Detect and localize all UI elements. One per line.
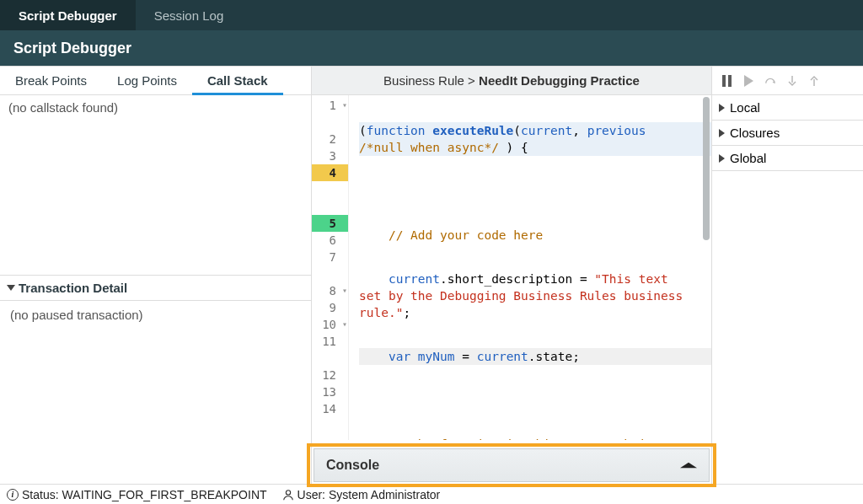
tab-callstack[interactable]: Call Stack xyxy=(192,67,283,94)
callstack-body: (no callstack found) xyxy=(0,95,311,275)
chevron-down-icon xyxy=(7,285,15,291)
main-layout: Break Points Log Points Call Stack (no c… xyxy=(0,66,863,484)
code-line: current.short_description = "This text s… xyxy=(359,271,711,321)
breadcrumb-prefix: Business Rule > xyxy=(383,73,479,88)
tab-label: Session Log xyxy=(154,8,224,23)
code-line: // Add your code here xyxy=(359,227,711,244)
pause-button[interactable] xyxy=(721,74,732,88)
tab-label: Break Points xyxy=(15,73,87,88)
line-number[interactable]: 1 xyxy=(312,97,348,131)
breadcrumb-name: NeedIt Debugging Practice xyxy=(479,73,640,88)
line-number[interactable]: 6 xyxy=(312,232,348,249)
step-over-button[interactable] xyxy=(764,74,776,88)
line-number[interactable]: 2 xyxy=(312,131,348,147)
code-editor[interactable]: 1 2 3 4 5 6 7 8 9 10 11 12 13 14 (functi… xyxy=(312,95,711,440)
line-number[interactable]: 8 xyxy=(312,282,348,299)
tab-breakpoints[interactable]: Break Points xyxy=(0,67,102,94)
left-tab-bar: Break Points Log Points Call Stack xyxy=(0,67,311,95)
section-title: Transaction Detail xyxy=(19,281,127,295)
line-number[interactable]: 3 xyxy=(312,147,348,164)
console-toggle[interactable]: Console xyxy=(314,448,710,482)
breakpoint-line[interactable]: 4 xyxy=(312,164,348,181)
chevron-right-icon xyxy=(719,104,725,112)
scope-label: Closures xyxy=(730,126,780,140)
transaction-empty: (no paused transaction) xyxy=(10,308,143,322)
line-spacer xyxy=(312,181,348,215)
top-tab-bar: Script Debugger Session Log xyxy=(0,0,863,30)
callstack-empty: (no callstack found) xyxy=(8,100,118,115)
play-icon xyxy=(744,75,753,87)
title-bar: Script Debugger xyxy=(0,30,863,66)
step-out-icon xyxy=(809,75,819,87)
script-breadcrumb: Business Rule > NeedIt Debugging Practic… xyxy=(312,67,711,95)
chevron-right-icon xyxy=(719,129,725,137)
resume-button[interactable] xyxy=(742,74,754,88)
line-number[interactable]: 10 xyxy=(312,316,348,333)
code-body[interactable]: (function executeRule(current, previous … xyxy=(349,95,711,440)
scope-label: Global xyxy=(730,151,766,165)
tab-session-log[interactable]: Session Log xyxy=(136,0,243,30)
code-line xyxy=(359,392,711,409)
chevron-up-icon xyxy=(680,463,697,469)
line-number[interactable]: 11 xyxy=(312,333,348,367)
scope-closures[interactable]: Closures xyxy=(712,121,863,146)
status-label: Status: xyxy=(22,488,59,501)
user-icon xyxy=(282,489,294,501)
breakpoint-line[interactable]: 5 xyxy=(312,215,348,232)
code-line xyxy=(359,183,711,200)
transaction-detail-body: (no paused transaction) xyxy=(0,301,311,484)
tab-script-debugger[interactable]: Script Debugger xyxy=(0,0,136,30)
status-segment: i Status: WAITING_FOR_FIRST_BREAKPOINT xyxy=(7,488,267,501)
svg-point-2 xyxy=(286,490,290,494)
code-line: var myNum = current.state; xyxy=(359,348,711,365)
tab-label: Log Points xyxy=(117,73,177,88)
line-number[interactable]: 7 xyxy=(312,249,348,282)
code-line: (function executeRule(current, previous … xyxy=(359,122,711,156)
transaction-detail-header[interactable]: Transaction Detail xyxy=(0,275,311,301)
line-number[interactable]: 12 xyxy=(312,367,348,383)
scope-local[interactable]: Local xyxy=(712,95,863,121)
line-number[interactable]: 9 xyxy=(312,299,348,316)
right-panel: Local Closures Global xyxy=(711,67,863,484)
step-out-button[interactable] xyxy=(808,74,820,88)
editor-scrollbar[interactable] xyxy=(703,97,710,240)
chevron-right-icon xyxy=(719,154,725,163)
debugger-controls xyxy=(712,67,863,95)
line-number[interactable]: 13 xyxy=(312,383,348,400)
user-value: System Administrator xyxy=(329,488,440,501)
scope-label: Local xyxy=(730,100,760,115)
info-icon: i xyxy=(7,489,19,501)
console-label: Console xyxy=(326,458,379,473)
pause-icon xyxy=(722,75,732,87)
line-number[interactable]: 14 xyxy=(312,400,348,417)
tab-label: Script Debugger xyxy=(19,8,117,23)
tab-logpoints[interactable]: Log Points xyxy=(102,67,192,94)
user-segment: User: System Administrator xyxy=(282,488,441,501)
step-into-button[interactable] xyxy=(786,74,798,88)
tab-label: Call Stack xyxy=(207,73,268,88)
scope-global[interactable]: Global xyxy=(712,146,863,171)
status-value: WAITING_FOR_FIRST_BREAKPOINT xyxy=(62,488,267,501)
left-panel: Break Points Log Points Call Stack (no c… xyxy=(0,67,312,484)
center-panel: Business Rule > NeedIt Debugging Practic… xyxy=(312,67,711,484)
step-over-icon xyxy=(764,75,776,87)
status-bar: i Status: WAITING_FOR_FIRST_BREAKPOINT U… xyxy=(0,484,863,504)
line-gutter[interactable]: 1 2 3 4 5 6 7 8 9 10 11 12 13 14 xyxy=(312,95,349,440)
step-into-icon xyxy=(787,75,797,87)
page-title: Script Debugger xyxy=(13,40,131,57)
user-label: User: xyxy=(297,488,325,501)
